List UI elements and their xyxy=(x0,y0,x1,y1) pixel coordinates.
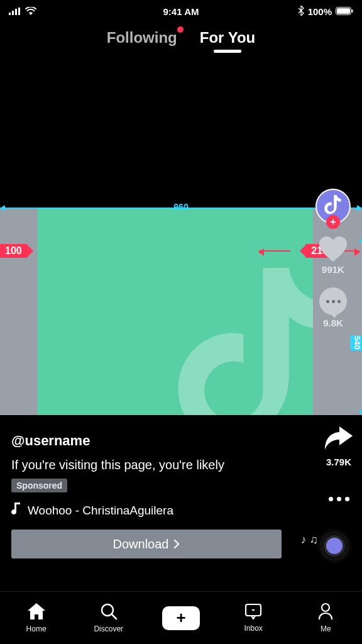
more-menu-button[interactable] xyxy=(329,497,349,501)
left-margin-tag: 100 xyxy=(0,244,28,258)
svg-rect-0 xyxy=(9,13,11,15)
battery-icon xyxy=(336,6,353,17)
nav-discover[interactable]: Discover xyxy=(84,602,134,633)
tiktok-watermark-icon xyxy=(175,268,313,415)
svg-rect-5 xyxy=(337,8,350,14)
nav-home-label: Home xyxy=(26,625,47,633)
nav-me[interactable]: Me xyxy=(300,602,351,633)
signal-icon xyxy=(9,6,21,17)
tiktok-logo-icon xyxy=(324,195,342,218)
share-count: 3.79K xyxy=(326,457,351,467)
music-note-icon xyxy=(11,502,21,518)
like-button[interactable]: 991K xyxy=(319,236,347,275)
create-button: + xyxy=(162,606,200,630)
follow-plus-icon[interactable]: + xyxy=(326,215,340,229)
svg-rect-6 xyxy=(352,9,353,13)
video-content-region xyxy=(38,208,313,415)
home-icon xyxy=(27,602,46,622)
nav-create[interactable]: + xyxy=(156,606,206,630)
svg-rect-3 xyxy=(18,8,20,15)
nav-inbox[interactable]: Inbox xyxy=(228,603,278,633)
battery-percent: 100% xyxy=(308,6,332,17)
notification-dot-icon xyxy=(177,26,184,33)
tab-following-label: Following xyxy=(107,29,177,46)
comment-icon xyxy=(319,287,347,315)
like-count: 991K xyxy=(322,264,344,275)
engagement-rail: + 991K 9.8K xyxy=(313,189,353,328)
width-dimension-label: 960 xyxy=(173,202,188,212)
svg-rect-1 xyxy=(12,11,14,15)
bottom-nav: Home Discover + Inbox Me xyxy=(0,591,362,644)
status-time: 9:41 AM xyxy=(163,6,199,17)
height-dimension-label: 540 xyxy=(350,335,362,350)
inbox-icon xyxy=(244,603,262,621)
post-caption: If you're visiting this page, you're lik… xyxy=(11,458,305,472)
svg-rect-2 xyxy=(15,9,17,15)
sponsored-badge: Sponsored xyxy=(11,479,67,492)
author-username[interactable]: @username xyxy=(11,433,305,449)
bluetooth-icon xyxy=(298,6,304,18)
svg-point-11 xyxy=(322,604,329,611)
nav-discover-label: Discover xyxy=(94,625,123,633)
share-button[interactable]: 3.79K xyxy=(324,425,353,467)
tab-for-you[interactable]: For You xyxy=(200,29,255,47)
video-safe-area[interactable]: 960 540 100 210 xyxy=(0,208,362,415)
vinyl-disc-icon xyxy=(317,528,352,564)
search-icon xyxy=(100,602,118,622)
svg-line-8 xyxy=(112,614,116,619)
sound-row[interactable]: Woohoo - ChristinaAguilera xyxy=(11,502,305,518)
status-bar: 9:41 AM 100% xyxy=(0,0,362,23)
cta-label: Download xyxy=(113,537,169,552)
profile-icon xyxy=(318,602,333,622)
sound-title: Woohoo - ChristinaAguilera xyxy=(28,504,173,518)
author-avatar[interactable]: + xyxy=(315,189,351,224)
wifi-icon xyxy=(25,6,36,17)
heart-icon xyxy=(319,236,347,262)
nav-me-label: Me xyxy=(321,625,331,633)
right-margin-arrow-left xyxy=(259,250,290,252)
width-dimension-line: 960 xyxy=(0,208,362,208)
feed-tabs: Following For You xyxy=(0,29,362,47)
post-meta: @username If you're visiting this page, … xyxy=(11,433,305,558)
nav-inbox-label: Inbox xyxy=(244,624,262,633)
cta-download-button[interactable]: Download xyxy=(11,530,282,558)
sound-disc[interactable] xyxy=(317,528,356,567)
share-icon xyxy=(324,425,353,453)
tab-for-you-label: For You xyxy=(200,29,255,46)
comment-button[interactable]: 9.8K xyxy=(319,287,347,328)
tab-following[interactable]: Following xyxy=(107,29,177,47)
comment-count: 9.8K xyxy=(323,318,343,328)
plus-icon: + xyxy=(176,608,185,628)
nav-home[interactable]: Home xyxy=(11,602,62,633)
chevron-right-icon xyxy=(173,537,180,552)
